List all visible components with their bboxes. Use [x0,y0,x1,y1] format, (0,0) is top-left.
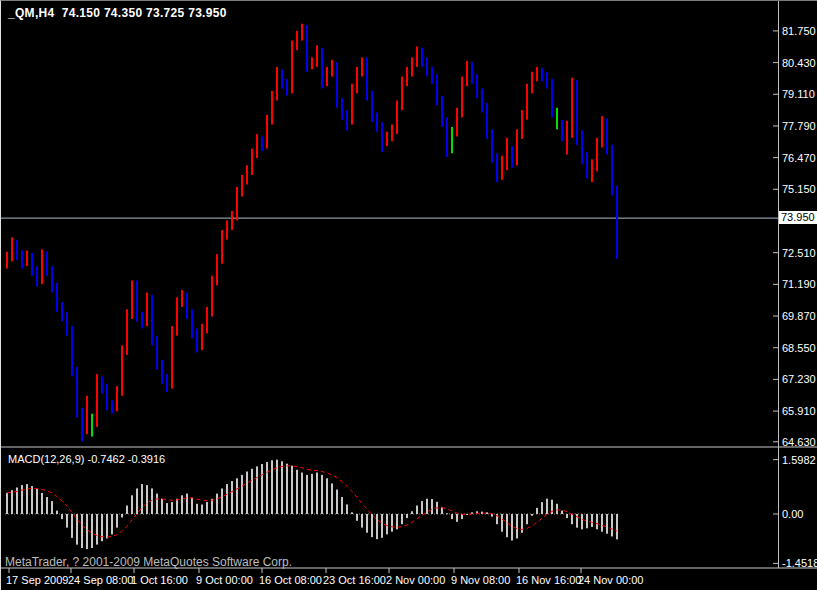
price-bar [171,326,173,388]
price-bar [236,187,238,221]
macd-histogram-bar [96,514,98,545]
macd-axis-label: 1.5982 [782,454,816,466]
chart-canvas[interactable]: 81.75080.43079.11077.79076.47075.15072.5… [1,1,817,590]
macd-histogram-bar [301,473,303,514]
price-bar [451,127,453,153]
macd-histogram-bar [51,501,53,514]
macd-histogram-bar [416,506,418,515]
macd-histogram-bar [46,497,48,514]
price-bar [76,367,78,417]
price-bar [376,113,378,132]
macd-histogram-bar [371,514,373,537]
price-bar [421,48,423,67]
macd-histogram-bar [6,493,8,514]
price-bar [31,253,33,276]
macd-histogram-bar [536,508,538,514]
price-bar [556,108,558,130]
price-bar [606,119,608,155]
price-bar [266,115,268,149]
macd-histogram-bar [346,504,348,514]
metatrader-chart-window: 81.75080.43079.11077.79076.47075.15072.5… [0,0,817,590]
macd-histogram-bar [406,514,408,518]
macd-indicator-label: MACD(12,26,9) -0.7462 -0.3916 [8,453,165,465]
price-bar [136,281,138,322]
price-bar [16,240,18,260]
macd-histogram-bar [106,514,108,538]
macd-histogram-bar [316,473,318,514]
price-bar [546,72,548,89]
macd-histogram-bar [116,514,118,528]
price-axis-label: 64.630 [782,436,816,448]
price-bar [281,69,283,88]
macd-histogram-bar [386,514,388,534]
time-axis-label: 23 Oct 16:00 [323,574,386,586]
macd-histogram-bar [161,499,163,514]
macd-histogram-bar [91,514,93,548]
macd-histogram-bar [581,514,583,529]
price-bar [346,110,348,130]
time-axis-label: 16 Oct 08:00 [259,574,322,586]
price-bar [156,336,158,370]
macd-histogram-bar [166,503,168,514]
price-axis-label: 80.430 [782,57,816,69]
time-axis-label: 24 Nov 00:00 [578,574,643,586]
macd-histogram-bar [191,498,193,514]
macd-histogram-bar [366,514,368,533]
price-bar [446,117,448,157]
macd-histogram-bar [426,499,428,514]
macd-histogram-bar [601,514,603,532]
macd-histogram-bar [216,494,218,514]
price-bar [181,290,183,307]
price-axis-label: 76.470 [782,152,816,164]
price-bar [186,293,188,319]
price-bar [131,281,133,319]
macd-histogram-bar [111,514,113,534]
time-axis-label: 2 Nov 00:00 [386,574,445,586]
price-bar [366,57,368,100]
macd-histogram-bar [501,514,503,532]
price-bar [351,84,353,125]
price-bar [46,252,48,276]
macd-histogram-bar [336,490,338,514]
price-bar [141,312,143,329]
time-axis-label: 17 Sep 2009 [6,574,68,586]
macd-histogram-bar [121,514,123,517]
price-bar [396,101,398,135]
price-bar [541,68,543,81]
macd-histogram-bar [506,514,508,537]
macd-histogram-bar [86,514,88,549]
price-bar [596,138,598,172]
macd-histogram-bar [11,490,13,514]
macd-histogram-bar [186,494,188,514]
macd-histogram-bar [236,478,238,514]
price-bar [426,57,428,76]
price-bar [256,134,258,158]
macd-histogram-bar [356,514,358,521]
price-bar [151,295,153,345]
macd-histogram-bar [616,514,618,539]
price-bar [511,146,513,168]
price-bar [11,237,13,261]
price-bar [356,67,358,93]
price-bar [161,360,163,384]
time-axis-label: 1 Oct 16:00 [131,574,188,586]
price-bar [551,79,553,117]
price-bar [306,25,308,72]
macd-axis-label: 0.00 [782,508,803,520]
price-bar [51,266,53,292]
price-bar [456,108,458,137]
price-bar [371,91,373,122]
price-bar [361,57,363,76]
macd-histogram-bar [36,489,38,514]
macd-histogram-bar [296,470,298,514]
macd-histogram-bar [131,495,133,514]
macd-histogram-bar [376,514,378,539]
price-bar [516,129,518,165]
macd-histogram-bar [56,511,58,514]
price-bar [106,384,108,410]
macd-histogram-bar [611,514,613,536]
price-bar [476,74,478,98]
macd-histogram-bar [511,514,513,541]
macd-histogram-bar [541,502,543,514]
macd-histogram-bar [526,514,528,524]
